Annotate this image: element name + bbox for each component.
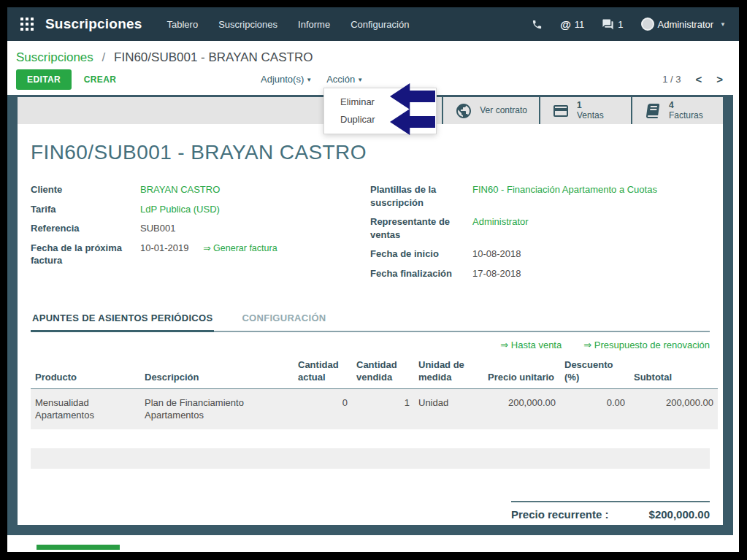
stat-label: Facturas: [669, 111, 703, 121]
col-unidad-medida: Unidad de medida: [414, 356, 483, 388]
mentions-counter[interactable]: @ 11: [560, 18, 584, 31]
cell-subtotal: 200,000.00: [629, 388, 718, 429]
cliente-link[interactable]: BRAYAN CASTRO: [140, 183, 220, 196]
nav-item-suscripciones[interactable]: Suscripciones: [218, 19, 277, 30]
invoices-stat-button[interactable]: 4 Facturas: [631, 97, 723, 124]
progress-bar: [37, 545, 120, 550]
field-referencia: Referencia SUB001: [31, 222, 356, 235]
field-proxima-factura: Fecha de la próxima factura 10-01-2019 ⇒…: [31, 242, 356, 267]
apps-grid-icon[interactable]: [20, 18, 34, 31]
field-representante: Representante de ventas Administrator: [370, 215, 695, 241]
recurring-price-total: Precio recurrente : $200,000.00: [511, 501, 710, 521]
screenshot-frame: Suscripciones Tablero Suscripciones Info…: [0, 0, 747, 560]
field-group-right: Plantillas de la suscripción FIN60 - Fin…: [370, 183, 710, 286]
total-label: Precio recurrente :: [511, 508, 608, 521]
subscription-lines-table: Producto Descripción Cantidad actual Can…: [31, 356, 718, 429]
field-fecha-inicio: Fecha de inicio 10-08-2018: [370, 248, 695, 261]
representante-link[interactable]: Administrator: [472, 215, 529, 241]
nav-item-configuracion[interactable]: Configuración: [350, 19, 409, 30]
chevron-down-icon: ▼: [306, 77, 312, 83]
proxima-factura-value: 10-01-2019 ⇒ Generar factura: [140, 242, 277, 267]
credit-card-icon: [552, 102, 570, 120]
stat-value: 4: [669, 101, 703, 111]
field-cliente: Cliente BRAYAN CASTRO: [31, 183, 356, 196]
col-subtotal: Subtotal: [629, 356, 718, 388]
field-groups: Cliente BRAYAN CASTRO Tarifa LdP Publica…: [31, 183, 710, 286]
form-view: Ver contrato 1 Ventas 4 Facturas: [7, 95, 733, 535]
field-tarifa: Tarifa LdP Publica (USD): [31, 203, 356, 216]
stat-label: Ver contrato: [480, 106, 527, 116]
chat-counter[interactable]: 1: [602, 18, 623, 31]
col-cantidad-actual: Cantidad actual: [294, 356, 352, 388]
navbar-right: @ 11 1 Administrator ▼: [532, 18, 726, 31]
tab-apuntes-periodicos[interactable]: APUNTES DE ASIENTOS PERIÓDICOS: [31, 312, 214, 332]
app-window: Suscripciones Tablero Suscripciones Info…: [7, 7, 739, 552]
chevron-down-icon: ▼: [357, 77, 363, 83]
empty-table-band: [31, 448, 710, 469]
field-plantilla: Plantillas de la suscripción FIN60 - Fin…: [370, 183, 695, 209]
record-title: FIN60/SUB001 - BRAYAN CASTRO: [31, 141, 710, 164]
cell-descripcion: Plan de Financiamiento Apartamentos: [140, 388, 294, 429]
presupuesto-renovacion-link[interactable]: ⇒ Presupuesto de renovación: [583, 340, 710, 350]
sales-stat-button[interactable]: 1 Ventas: [539, 97, 631, 124]
generar-factura-link[interactable]: ⇒ Generar factura: [203, 243, 277, 253]
globe-icon: [455, 102, 472, 120]
stat-label: Ventas: [577, 111, 604, 121]
chat-count: 1: [618, 19, 623, 30]
pager-counter: 1 / 3: [662, 74, 681, 85]
book-icon: [643, 102, 662, 120]
table-row[interactable]: Mensualidad Apartamentos Plan de Financi…: [31, 388, 718, 429]
tab-configuracion[interactable]: CONFIGURACIÓN: [240, 312, 327, 331]
breadcrumb-parent[interactable]: Suscripciones: [16, 50, 93, 64]
nav-item-informe[interactable]: Informe: [298, 19, 330, 30]
col-precio-unitario: Precio unitario: [483, 356, 560, 388]
field-group-left: Cliente BRAYAN CASTRO Tarifa LdP Publica…: [31, 183, 370, 286]
breadcrumb-current: FIN60/SUB001 - BRAYAN CASTRO: [114, 50, 313, 64]
col-producto: Producto: [31, 356, 140, 388]
cell-descuento: 0.00: [560, 388, 629, 429]
cell-cantidad-vendida: 1: [352, 388, 414, 429]
at-icon: @: [560, 18, 571, 31]
table-action-links: ⇒ Hasta venta ⇒ Presupuesto de renovació…: [31, 340, 710, 350]
cell-precio-unitario: 200,000.00: [483, 388, 560, 429]
table-header-row: Producto Descripción Cantidad actual Can…: [31, 356, 718, 388]
col-descuento: Descuento (%): [560, 356, 629, 388]
avatar: [641, 18, 654, 31]
view-contract-button[interactable]: Ver contrato: [442, 97, 539, 124]
fecha-fin-value: 17-08-2018: [472, 267, 521, 280]
attachments-dropdown[interactable]: Adjunto(s)▼: [261, 74, 312, 85]
app-title[interactable]: Suscripciones: [45, 16, 142, 32]
col-cantidad-vendida: Cantidad vendida: [352, 356, 414, 388]
edit-button[interactable]: EDITAR: [16, 69, 72, 90]
user-name: Administrator: [658, 19, 714, 30]
create-button[interactable]: CREAR: [84, 74, 117, 85]
pager-next-icon[interactable]: >: [716, 73, 723, 85]
total-value: $200,000.00: [649, 508, 710, 521]
pager-previous-icon[interactable]: <: [695, 73, 702, 85]
mentions-count: 11: [575, 19, 585, 30]
cell-unidad-medida: Unidad: [414, 388, 483, 429]
col-descripcion: Descripción: [140, 356, 294, 388]
user-menu[interactable]: Administrator ▼: [641, 18, 727, 31]
notebook-tabs: APUNTES DE ASIENTOS PERIÓDICOS CONFIGURA…: [31, 312, 710, 332]
plantilla-link[interactable]: FIN60 - Financiación Apartamento a Cuota…: [472, 183, 657, 209]
fecha-inicio-value: 10-08-2018: [472, 248, 521, 261]
referencia-value: SUB001: [140, 222, 175, 235]
stat-value: 1: [577, 101, 604, 111]
record-pager: 1 / 3 < >: [662, 73, 723, 85]
form-sheet: FIN60/SUB001 - BRAYAN CASTRO Cliente BRA…: [18, 124, 723, 525]
hasta-venta-link[interactable]: ⇒ Hasta venta: [500, 340, 562, 350]
field-fecha-fin: Fecha finalización 17-08-2018: [370, 267, 695, 280]
action-dropdowns: Adjunto(s)▼ Acción▼: [261, 74, 363, 85]
action-dropdown[interactable]: Acción▼: [326, 74, 363, 85]
phone-icon[interactable]: [532, 19, 543, 30]
top-navbar: Suscripciones Tablero Suscripciones Info…: [7, 7, 739, 41]
breadcrumb: Suscripciones / FIN60/SUB001 - BRAYAN CA…: [7, 41, 739, 67]
main-menu: Tablero Suscripciones Informe Configurac…: [166, 19, 409, 30]
cell-producto: Mensualidad Apartamentos: [31, 388, 140, 429]
nav-item-tablero[interactable]: Tablero: [166, 19, 198, 30]
breadcrumb-separator: /: [102, 50, 106, 64]
tarifa-link[interactable]: LdP Publica (USD): [140, 203, 220, 216]
cell-cantidad-actual: 0: [294, 388, 352, 429]
chat-bubbles-icon: [602, 18, 614, 31]
